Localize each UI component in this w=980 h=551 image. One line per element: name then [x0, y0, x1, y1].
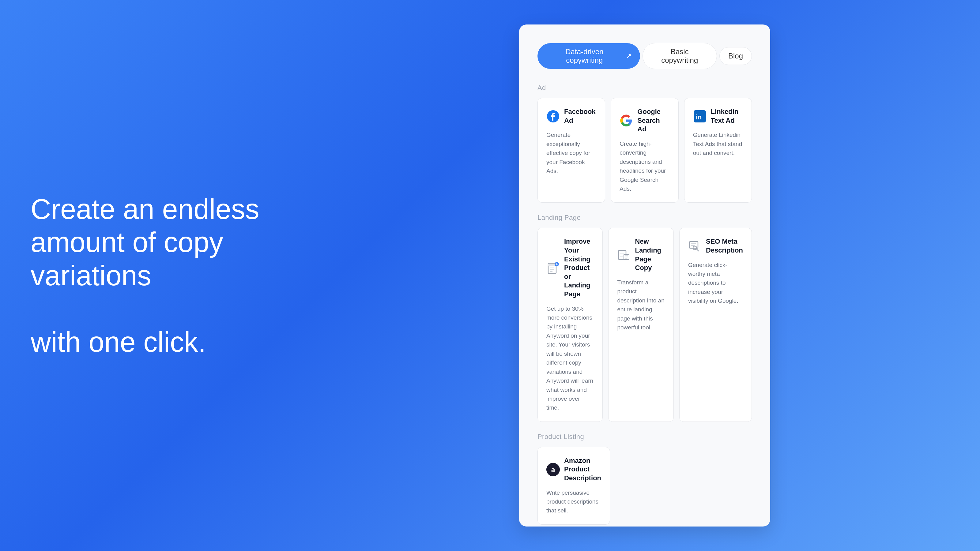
ad-grid: Facebook Ad Generate exceptionally effec…: [538, 98, 752, 203]
card-amazon-header: a Amazon Product Description: [546, 456, 601, 483]
seo-icon: [688, 240, 702, 253]
card-google-search-ad[interactable]: Google Search Ad Create high-converting …: [611, 98, 678, 203]
main-card-container: Data-driven copywriting ↗ Basic copywrit…: [519, 24, 770, 527]
linkedin-icon: in: [693, 110, 706, 123]
tab-bar: Data-driven copywriting ↗ Basic copywrit…: [538, 43, 752, 69]
hero-line3: variations: [30, 260, 151, 291]
left-panel: Create an endless amount of copy variati…: [0, 168, 321, 383]
amazon-product-desc: Write persuasive product descriptions th…: [546, 488, 601, 515]
hero-line1: Create an endless: [30, 194, 259, 225]
card-seo-header: SEO Meta Description: [688, 237, 743, 255]
card-google-header: Google Search Ad: [620, 108, 670, 134]
linkedin-text-ad-title: Linkedin Text Ad: [711, 108, 743, 125]
hero-line2: amount of copy: [30, 227, 223, 258]
seo-meta-desc: Generate click-worthy meta descriptions …: [688, 260, 743, 305]
section-product-label: Product Listing: [538, 433, 752, 441]
tab-basic-label: Basic copywriting: [661, 48, 698, 64]
card-seo-meta[interactable]: SEO Meta Description Generate click-wort…: [679, 228, 752, 421]
section-landing-label: Landing Page: [538, 214, 752, 222]
tab-basic-copywriting[interactable]: Basic copywriting: [643, 43, 717, 69]
facebook-icon: [546, 110, 560, 123]
new-landing-desc: Transform a product description into an …: [617, 278, 665, 332]
card-linkedin-text-ad[interactable]: in Linkedin Text Ad Generate Linkedin Te…: [684, 98, 752, 203]
google-icon: [620, 114, 633, 127]
improve-page-icon: [546, 261, 560, 275]
google-search-ad-desc: Create high-converting descriptions and …: [620, 139, 670, 194]
new-landing-icon: [617, 248, 630, 262]
landing-grid: Improve Your Existing Product or Landing…: [538, 228, 752, 421]
section-ad-label: Ad: [538, 84, 752, 92]
svg-text:in: in: [696, 113, 702, 121]
card-improve-header: Improve Your Existing Product or Landing…: [546, 237, 594, 299]
seo-meta-title: SEO Meta Description: [706, 237, 743, 255]
card-linkedin-header: in Linkedin Text Ad: [693, 108, 743, 125]
hero-text: Create an endless amount of copy variati…: [30, 192, 291, 359]
facebook-ad-title: Facebook Ad: [564, 108, 596, 125]
product-grid: a Amazon Product Description Write persu…: [538, 447, 752, 525]
tab-blog[interactable]: Blog: [719, 47, 752, 65]
card-improve-landing[interactable]: Improve Your Existing Product or Landing…: [538, 228, 603, 421]
new-landing-title: New Landing Page Copy: [635, 237, 665, 272]
card-new-landing[interactable]: New Landing Page Copy Transform a produc…: [608, 228, 673, 421]
hero-line4: with one click.: [30, 326, 206, 357]
card-facebook-ad[interactable]: Facebook Ad Generate exceptionally effec…: [538, 98, 605, 203]
facebook-ad-desc: Generate exceptionally effective copy fo…: [546, 130, 596, 175]
card-facebook-header: Facebook Ad: [546, 108, 596, 125]
tab-data-driven-label: Data-driven copywriting: [546, 48, 623, 65]
amazon-product-title: Amazon Product Description: [564, 456, 601, 483]
google-search-ad-title: Google Search Ad: [637, 108, 670, 134]
amazon-icon: a: [546, 463, 560, 476]
tab-data-driven[interactable]: Data-driven copywriting ↗: [538, 43, 640, 69]
card-amazon-product[interactable]: a Amazon Product Description Write persu…: [538, 447, 610, 525]
tab-arrow-icon: ↗: [626, 52, 632, 60]
improve-landing-title: Improve Your Existing Product or Landing…: [564, 237, 594, 299]
improve-landing-desc: Get up to 30% more conversions by instal…: [546, 304, 594, 412]
card-new-landing-header: New Landing Page Copy: [617, 237, 665, 272]
right-panel: Data-driven copywriting ↗ Basic copywrit…: [321, 0, 980, 551]
linkedin-text-ad-desc: Generate Linkedin Text Ads that stand ou…: [693, 130, 743, 157]
tab-blog-label: Blog: [728, 52, 743, 60]
